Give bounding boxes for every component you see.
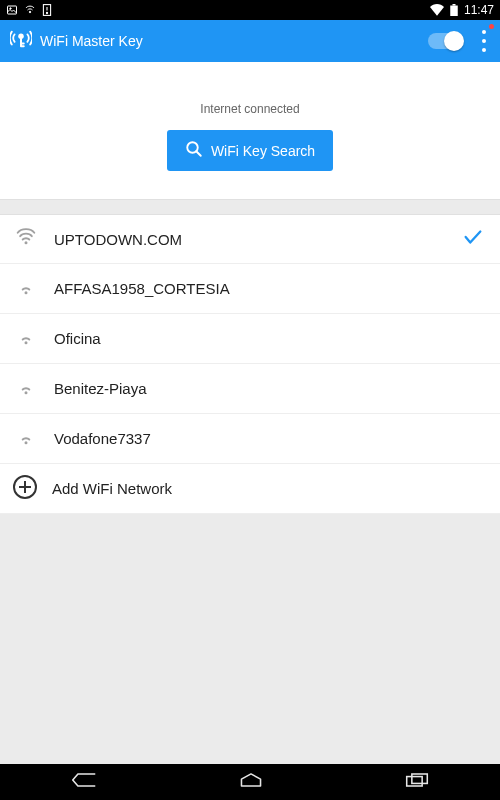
wifi-activity-icon: [24, 4, 36, 16]
image-icon: [6, 4, 18, 16]
status-bar: 11:47: [0, 0, 500, 20]
wifi-key-search-button[interactable]: WiFi Key Search: [167, 130, 333, 171]
wifi-item[interactable]: Benitez-Piaya: [0, 364, 500, 414]
svg-rect-6: [452, 4, 455, 6]
wifi-name: Benitez-Piaya: [54, 380, 147, 397]
add-wifi-label: Add WiFi Network: [52, 480, 172, 497]
wifi-signal-icon: [16, 427, 36, 451]
alert-icon: [42, 4, 52, 16]
notification-badge: [489, 24, 494, 29]
wifi-item[interactable]: AFFASA1958_CORTESIA: [0, 264, 500, 314]
empty-region: [0, 514, 500, 764]
svg-rect-19: [407, 777, 422, 786]
search-button-label: WiFi Key Search: [211, 143, 315, 159]
connection-status: Internet connected: [200, 102, 299, 116]
svg-point-11: [25, 241, 28, 244]
android-nav-bar: [0, 764, 500, 800]
back-button[interactable]: [51, 766, 117, 798]
svg-point-15: [25, 441, 28, 444]
wifi-status-icon: [430, 4, 444, 16]
plus-icon: [12, 474, 38, 504]
svg-line-10: [196, 151, 201, 156]
wifi-signal-icon: [16, 227, 36, 251]
wifi-list: UPTODOWN.COMAFFASA1958_CORTESIAOficinaBe…: [0, 214, 500, 514]
svg-point-5: [46, 12, 47, 13]
overflow-menu-icon[interactable]: [478, 26, 490, 56]
connected-check-icon: [462, 226, 484, 252]
recents-button[interactable]: [385, 766, 449, 798]
svg-point-13: [25, 341, 28, 344]
wifi-item[interactable]: UPTODOWN.COM: [0, 214, 500, 264]
clock: 11:47: [464, 3, 494, 17]
svg-rect-7: [450, 6, 458, 17]
wifi-name: AFFASA1958_CORTESIA: [54, 280, 230, 297]
wifi-name: Vodafone7337: [54, 430, 151, 447]
app-header: WiFi Master Key: [0, 20, 500, 62]
wifi-name: Oficina: [54, 330, 101, 347]
svg-point-12: [25, 291, 28, 294]
svg-point-2: [29, 11, 31, 13]
add-wifi-button[interactable]: Add WiFi Network: [0, 464, 500, 514]
wifi-name: UPTODOWN.COM: [54, 231, 182, 248]
app-title: WiFi Master Key: [40, 33, 143, 49]
battery-icon: [450, 4, 458, 16]
wifi-signal-icon: [16, 327, 36, 351]
wifi-item[interactable]: Vodafone7337: [0, 414, 500, 464]
app-logo-icon: [10, 28, 32, 54]
svg-rect-20: [412, 774, 427, 783]
svg-point-1: [10, 8, 11, 9]
wifi-toggle[interactable]: [428, 33, 462, 49]
svg-point-14: [25, 391, 28, 394]
search-icon: [185, 140, 203, 161]
wifi-item[interactable]: Oficina: [0, 314, 500, 364]
wifi-signal-icon: [16, 277, 36, 301]
home-button[interactable]: [218, 766, 284, 798]
connection-banner: Internet connected WiFi Key Search: [0, 62, 500, 200]
wifi-signal-icon: [16, 377, 36, 401]
